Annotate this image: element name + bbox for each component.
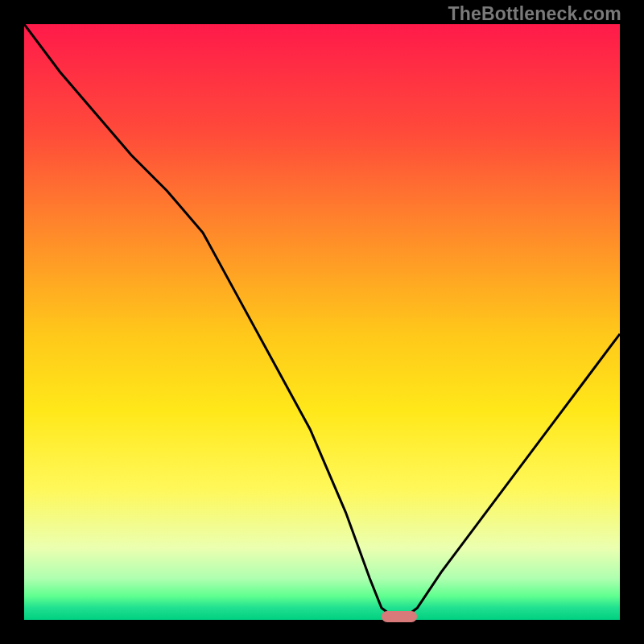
plot-area [24, 24, 620, 620]
optimal-marker [382, 611, 417, 622]
watermark-text: TheBottleneck.com [448, 3, 621, 25]
bottleneck-curve [24, 24, 620, 620]
chart-frame: TheBottleneck.com [0, 0, 644, 644]
